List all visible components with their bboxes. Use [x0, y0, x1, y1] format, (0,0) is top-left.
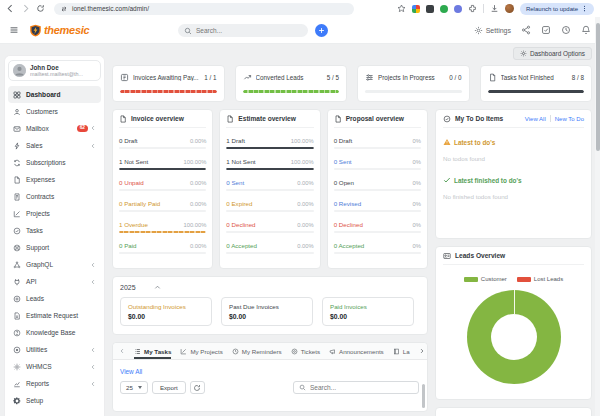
- task-doc-icon: [488, 73, 497, 82]
- stat-card-tasks-not-finished[interactable]: Tasks Not Finished 8 / 8: [480, 65, 593, 102]
- export-button[interactable]: Export: [152, 381, 186, 394]
- gear-icon: [520, 50, 527, 57]
- graphql-icon: [13, 261, 21, 269]
- chevron-left-icon: [90, 125, 96, 131]
- bookmark-star-icon[interactable]: [397, 4, 406, 13]
- stat-value: 0 / 0: [449, 74, 461, 81]
- sidebar-item-leads[interactable]: Leads: [8, 290, 101, 307]
- reload-icon[interactable]: [36, 4, 45, 13]
- page-size-select[interactable]: 25: [120, 381, 148, 394]
- list-icon: [134, 348, 141, 355]
- row-percent: 100.00%: [183, 159, 206, 165]
- global-search-input[interactable]: [196, 27, 302, 34]
- view-all-link[interactable]: View All: [525, 116, 546, 122]
- app-logo[interactable]: themesic: [29, 24, 89, 37]
- view-all-link[interactable]: View All: [120, 368, 142, 375]
- browser-menu-icon[interactable]: [581, 5, 588, 12]
- sidebar-item-estimate-request[interactable]: Estimate Request: [8, 307, 101, 324]
- finished-todos-label: Latest finished to do's: [454, 177, 522, 184]
- sidebar-item-utilities[interactable]: Utilities: [8, 341, 101, 358]
- sidebar-item-expenses[interactable]: Expenses: [8, 171, 101, 188]
- tab-scroll-right-icon[interactable]: [419, 348, 425, 354]
- sidebar-item-mailbox[interactable]: Mailbox 62: [8, 120, 101, 137]
- url-bar[interactable]: ionel.themesic.com/admin/: [54, 3, 354, 15]
- leads-donut-chart[interactable]: [467, 290, 561, 384]
- sidebar-item-reports[interactable]: Reports: [8, 375, 101, 392]
- sidebar-item-api[interactable]: API: [8, 273, 101, 290]
- sidebar-item-contracts[interactable]: Contracts: [8, 188, 101, 205]
- empty-finished-text: No finished todos found: [443, 193, 584, 200]
- sidebar-item-setup[interactable]: Setup: [8, 392, 101, 409]
- settings-label: Settings: [486, 27, 511, 34]
- stat-card-converted-leads[interactable]: Converted Leads 5 / 5: [235, 65, 348, 102]
- card-label: Paid Invoices: [330, 303, 406, 310]
- sidebar-item-sales[interactable]: Sales: [8, 137, 101, 154]
- back-icon[interactable]: [6, 4, 15, 13]
- tab-announcements[interactable]: Announcements: [329, 343, 384, 359]
- scrollbar-thumb[interactable]: [596, 23, 600, 151]
- book-icon: [393, 348, 400, 355]
- row-percent: 0.00%: [190, 180, 206, 186]
- extension-icon-gear[interactable]: [454, 5, 462, 13]
- stat-card-invoices-awaiting[interactable]: Invoices Awaiting Pay... 1 / 1: [112, 65, 225, 102]
- browser-profile-avatar[interactable]: [505, 4, 514, 13]
- notifications-bell-icon[interactable]: [581, 25, 591, 35]
- past-due-invoices-card[interactable]: Past Due Invoices $0.00: [221, 297, 313, 326]
- history-clock-icon[interactable]: [561, 25, 571, 35]
- page-scrollbar[interactable]: [595, 17, 600, 416]
- tab-my-projects[interactable]: My Projects: [180, 343, 222, 359]
- sidebar-item-customers[interactable]: Customers: [8, 103, 101, 120]
- tab-latest-truncated[interactable]: La: [393, 343, 410, 359]
- tab-my-tasks[interactable]: My Tasks: [134, 343, 171, 359]
- tab-scroll-left-icon[interactable]: [119, 348, 125, 354]
- extension-icon-green[interactable]: [440, 5, 448, 13]
- sidebar: John Doe mailtest.mailtest@th... Dashboa…: [4, 55, 105, 416]
- extensions-puzzle-icon[interactable]: [468, 4, 477, 13]
- legend-item-lost-leads[interactable]: Lost Leads: [517, 276, 563, 282]
- sidebar-item-whmcs[interactable]: WHMCS: [8, 358, 101, 375]
- legend-item-customer[interactable]: Customer: [464, 276, 507, 282]
- site-info-icon[interactable]: [60, 5, 68, 13]
- share-icon[interactable]: [521, 25, 531, 35]
- create-new-button[interactable]: [315, 24, 328, 37]
- sidebar-item-label: Setup: [26, 397, 43, 404]
- sidebar-item-dashboard[interactable]: Dashboard: [8, 86, 101, 103]
- table-search-input[interactable]: [310, 384, 413, 391]
- sidebar-item-graphql[interactable]: GraphQL: [8, 256, 101, 273]
- extension-icon-screen[interactable]: [426, 5, 434, 13]
- relaunch-update-button[interactable]: Relaunch to update: [520, 3, 594, 15]
- panel-scrollbar[interactable]: [422, 384, 425, 408]
- leads-legend: Customer Lost Leads: [443, 276, 584, 282]
- stat-card-projects-in-progress[interactable]: Projects In Progress 0 / 0: [357, 65, 470, 102]
- sidebar-item-subscriptions[interactable]: Subscriptions: [8, 154, 101, 171]
- outstanding-invoices-card[interactable]: Outstanding Invoices $0.00: [120, 297, 212, 326]
- settings-button[interactable]: Settings: [474, 26, 511, 35]
- sidebar-item-tasks[interactable]: Tasks: [8, 222, 101, 239]
- logo-shield-icon: [29, 24, 42, 37]
- forward-icon[interactable]: [21, 4, 30, 13]
- new-todo-link[interactable]: New To Do: [555, 116, 584, 122]
- extension-icon-colorful[interactable]: [412, 5, 420, 13]
- collapse-chevron-icon[interactable]: [154, 284, 161, 291]
- row-percent: 100.00%: [183, 222, 206, 228]
- overview-row: 0 Partially Paid0.00%: [119, 196, 206, 212]
- paid-invoices-card[interactable]: Paid Invoices $0.00: [322, 297, 414, 326]
- sidebar-toggle-icon[interactable]: [9, 25, 19, 35]
- overview-row: 1 Not Sent100.00%: [226, 154, 313, 170]
- sidebar-item-support[interactable]: Support: [8, 239, 101, 256]
- table-search[interactable]: [293, 381, 419, 394]
- tab-tickets[interactable]: Tickets: [291, 343, 320, 359]
- invoice-overview-panel: Invoice overview 0 Draft0.00% 1 Not Sent…: [112, 109, 213, 269]
- check-square-icon[interactable]: [541, 25, 551, 35]
- refresh-button[interactable]: [190, 381, 205, 394]
- sidebar-item-knowledge-base[interactable]: Knowledge Base: [8, 324, 101, 341]
- dashboard-options-button[interactable]: Dashboard Options: [513, 47, 592, 60]
- row-percent: 0%: [413, 222, 421, 228]
- downloads-icon[interactable]: [490, 4, 499, 13]
- row-percent: 0%: [413, 180, 421, 186]
- relaunch-update-label: Relaunch to update: [526, 6, 578, 12]
- sidebar-item-projects[interactable]: Projects: [8, 205, 101, 222]
- global-search[interactable]: [178, 24, 308, 37]
- tab-my-reminders[interactable]: My Reminders: [232, 343, 282, 359]
- user-card[interactable]: John Doe mailtest.mailtest@th...: [8, 60, 101, 81]
